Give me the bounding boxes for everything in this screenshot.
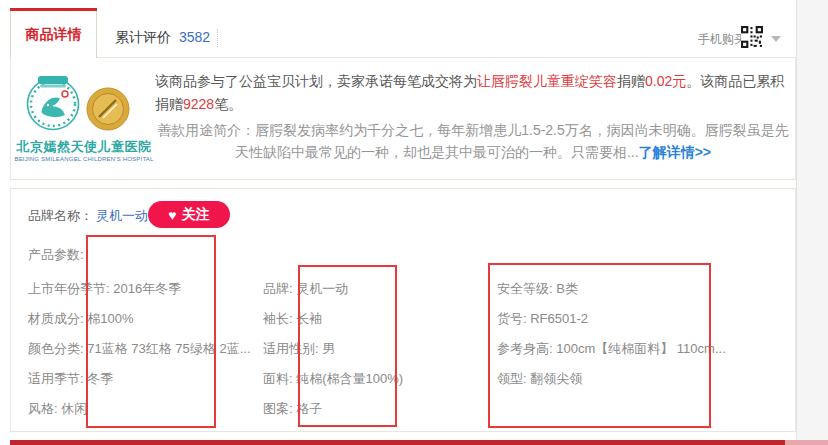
mobile-buy-label[interactable]: 手机购买: [698, 31, 746, 48]
annotation-box-3: [488, 263, 711, 428]
params-title: 产品参数:: [28, 246, 84, 264]
text-segment: 让唇腭裂儿童重绽笑容: [477, 73, 617, 89]
qr-code-icon[interactable]: [741, 26, 763, 48]
tab-product-detail[interactable]: 商品详情: [10, 11, 97, 58]
next-section-header-bar: [10, 440, 785, 445]
tab-divider: [217, 29, 218, 47]
tab-reviews-label: 累计评价: [115, 29, 171, 45]
follow-button-label: 关注: [182, 206, 210, 224]
chevron-down-icon[interactable]: [771, 36, 781, 42]
tab-reviews[interactable]: 累计评价 3582: [115, 29, 210, 47]
text-segment: 0.02元: [645, 73, 686, 89]
annotation-box-2: [298, 265, 397, 427]
page-right-gutter: [796, 0, 828, 445]
text-segment: 捐赠: [617, 73, 645, 89]
brand-name-link[interactable]: 灵机一动: [96, 207, 148, 225]
gold-medal-icon: [86, 87, 130, 131]
charity-pledge-text: 该商品参与了公益宝贝计划，卖家承诺每笔成交将为让唇腭裂儿童重绽笑容捐赠0.02元…: [155, 70, 791, 116]
learn-more-link[interactable]: 了解详情>>: [639, 144, 711, 160]
hospital-name-en: BEIJING SMILEANGEL CHILDREN'S HOSPITAL: [12, 156, 156, 162]
text-segment: 该商品参与了公益宝贝计划，卖家承诺每笔成交将为: [155, 73, 477, 89]
charity-fund-description: 善款用途简介：唇腭裂发病率约为千分之七，每年新增患儿1.5-2.5万名，病因尚未…: [155, 119, 791, 163]
hospital-logo-icon: [24, 74, 82, 132]
text-segment: 笔。: [214, 96, 242, 112]
follow-button[interactable]: ♥ 关注: [148, 201, 230, 228]
reviews-count: 3582: [179, 29, 210, 45]
hospital-name-cn: 北京嫣然天使儿童医院: [12, 138, 156, 156]
text-segment: 9228: [183, 96, 214, 112]
product-detail-page: 商品详情 累计评价 3582 手机购买: [0, 0, 828, 445]
heart-icon: ♥: [168, 208, 176, 222]
brand-label: 品牌名称：: [28, 207, 93, 225]
annotation-box-1: [86, 235, 216, 428]
next-section-header-bar-light: [785, 440, 828, 445]
